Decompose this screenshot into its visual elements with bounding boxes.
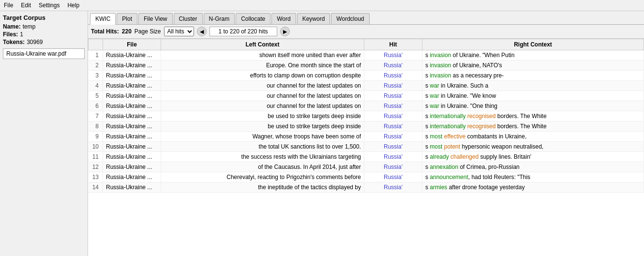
name-value: temp bbox=[23, 23, 36, 30]
toolbar: Total Hits: 220 Page Size All hits ◀ 1 t… bbox=[88, 25, 644, 39]
row-file: Russia-Ukraine ... bbox=[103, 101, 161, 111]
row-file: Russia-Ukraine ... bbox=[103, 91, 161, 101]
row-left-context: the success rests with the Ukrainians ta… bbox=[161, 152, 364, 162]
row-num: 12 bbox=[89, 162, 103, 172]
col-hit[interactable]: Hit bbox=[364, 39, 422, 50]
table-row: 14Russia-Ukraine ...the ineptitude of th… bbox=[89, 182, 644, 193]
row-num: 6 bbox=[89, 101, 103, 111]
row-right-context: s most effective combatants in Ukraine, bbox=[422, 132, 644, 142]
row-num: 14 bbox=[89, 182, 103, 193]
row-left-context: Europe. One month since the start of bbox=[161, 60, 364, 71]
menubar: File Edit Settings Help bbox=[0, 0, 644, 11]
row-hit: Russia' bbox=[364, 71, 422, 81]
corpus-file-item[interactable]: Russia-Ukraine war.pdf bbox=[3, 48, 85, 59]
row-left-context: Cherevatyi, reacting to Prigozhin's comm… bbox=[161, 172, 364, 182]
row-left-context: efforts to clamp down on corruption desp… bbox=[161, 71, 364, 81]
next-page-button[interactable]: ▶ bbox=[280, 27, 290, 36]
row-hit: Russia' bbox=[364, 91, 422, 101]
tab-word[interactable]: Word bbox=[271, 13, 296, 24]
row-file: Russia-Ukraine ... bbox=[103, 60, 161, 71]
row-num: 4 bbox=[89, 81, 103, 91]
row-right-context: s invasion of Ukraine, NATO's bbox=[422, 60, 644, 71]
row-hit: Russia' bbox=[364, 50, 422, 60]
files-label: Files: bbox=[3, 31, 18, 38]
row-num: 5 bbox=[89, 91, 103, 101]
row-hit: Russia' bbox=[364, 101, 422, 111]
row-hit: Russia' bbox=[364, 152, 422, 162]
tab-cluster[interactable]: Cluster bbox=[174, 13, 203, 24]
left-panel: Target Corpus Name: temp Files: 1 Tokens… bbox=[0, 11, 88, 256]
tab-ngram[interactable]: N-Gram bbox=[204, 13, 235, 24]
row-file: Russia-Ukraine ... bbox=[103, 152, 161, 162]
results-table-container[interactable]: File Left Context Hit Right Context 1Rus… bbox=[88, 39, 644, 256]
row-right-context: s war in Ukraine. "We know bbox=[422, 91, 644, 101]
tab-keyword[interactable]: Keyword bbox=[297, 13, 330, 24]
row-hit: Russia' bbox=[364, 182, 422, 193]
row-right-context: s already challenged supply lines. Brita… bbox=[422, 152, 644, 162]
row-num: 13 bbox=[89, 172, 103, 182]
row-num: 11 bbox=[89, 152, 103, 162]
row-right-context: s invasion as a necessary pre- bbox=[422, 71, 644, 81]
row-num: 3 bbox=[89, 71, 103, 81]
total-hits-label: Total Hits: bbox=[91, 28, 119, 35]
row-right-context: s internationally recognised borders. Th… bbox=[422, 111, 644, 121]
tab-file-view[interactable]: File View bbox=[138, 13, 172, 24]
row-left-context: Wagner, whose troops have been some of bbox=[161, 132, 364, 142]
table-row: 11Russia-Ukraine ...the success rests wi… bbox=[89, 152, 644, 162]
row-file: Russia-Ukraine ... bbox=[103, 142, 161, 152]
menu-edit[interactable]: Edit bbox=[21, 2, 31, 9]
row-right-context: s armies after drone footage yesterday bbox=[422, 182, 644, 193]
tokens-value: 30969 bbox=[27, 39, 43, 45]
row-right-context: s annexation of Crimea, pro-Russian bbox=[422, 162, 644, 172]
row-num: 2 bbox=[89, 60, 103, 71]
results-table: File Left Context Hit Right Context 1Rus… bbox=[88, 39, 644, 193]
row-right-context: s internationally recognised borders. Th… bbox=[422, 121, 644, 132]
total-hits-value: 220 bbox=[122, 28, 132, 35]
tab-wordcloud[interactable]: Wordcloud bbox=[331, 13, 369, 24]
row-num: 9 bbox=[89, 132, 103, 142]
prev-page-button[interactable]: ◀ bbox=[197, 27, 207, 36]
tab-kwic[interactable]: KWIC bbox=[90, 13, 116, 25]
row-num: 10 bbox=[89, 142, 103, 152]
page-size-label: Page Size bbox=[135, 28, 161, 35]
tab-collocate[interactable]: Collocate bbox=[236, 13, 270, 24]
row-file: Russia-Ukraine ... bbox=[103, 81, 161, 91]
menu-settings[interactable]: Settings bbox=[39, 2, 60, 9]
table-row: 13Russia-Ukraine ...Cherevatyi, reacting… bbox=[89, 172, 644, 182]
table-row: 2Russia-Ukraine ...Europe. One month sin… bbox=[89, 60, 644, 71]
menu-file[interactable]: File bbox=[4, 2, 13, 9]
row-file: Russia-Ukraine ... bbox=[103, 162, 161, 172]
row-left-context: our channel for the latest updates on bbox=[161, 101, 364, 111]
corpus-title: Target Corpus bbox=[3, 14, 85, 21]
table-row: 12Russia-Ukraine ...of the Caucasus. In … bbox=[89, 162, 644, 172]
table-row: 9Russia-Ukraine ...Wagner, whose troops … bbox=[89, 132, 644, 142]
row-left-context: shown itself more united than ever after bbox=[161, 50, 364, 60]
col-left-context[interactable]: Left Context bbox=[161, 39, 364, 50]
table-row: 5Russia-Ukraine ...our channel for the l… bbox=[89, 91, 644, 101]
row-file: Russia-Ukraine ... bbox=[103, 132, 161, 142]
col-file[interactable]: File bbox=[103, 39, 161, 50]
tokens-label: Tokens: bbox=[3, 39, 25, 45]
row-left-context: our channel for the latest updates on bbox=[161, 81, 364, 91]
row-file: Russia-Ukraine ... bbox=[103, 71, 161, 81]
col-num bbox=[89, 39, 103, 50]
tab-plot[interactable]: Plot bbox=[117, 13, 137, 24]
row-left-context: the ineptitude of the tactics displayed … bbox=[161, 182, 364, 193]
row-right-context: s announcement, had told Reuters: "This bbox=[422, 172, 644, 182]
row-hit: Russia' bbox=[364, 60, 422, 71]
row-left-context: be used to strike targets deep inside bbox=[161, 121, 364, 132]
right-area: KWIC Plot File View Cluster N-Gram Collo… bbox=[88, 11, 644, 256]
row-hit: Russia' bbox=[364, 81, 422, 91]
tabs: KWIC Plot File View Cluster N-Gram Collo… bbox=[88, 11, 644, 25]
table-row: 1Russia-Ukraine ...shown itself more uni… bbox=[89, 50, 644, 60]
row-num: 1 bbox=[89, 50, 103, 60]
row-right-context: s most potent hypersonic weapon neutrali… bbox=[422, 142, 644, 152]
col-right-context[interactable]: Right Context bbox=[422, 39, 644, 50]
row-file: Russia-Ukraine ... bbox=[103, 111, 161, 121]
page-size-select[interactable]: All hits bbox=[164, 27, 194, 36]
row-file: Russia-Ukraine ... bbox=[103, 121, 161, 132]
table-row: 3Russia-Ukraine ...efforts to clamp down… bbox=[89, 71, 644, 81]
menu-help[interactable]: Help bbox=[67, 2, 79, 9]
row-hit: Russia' bbox=[364, 111, 422, 121]
row-file: Russia-Ukraine ... bbox=[103, 172, 161, 182]
